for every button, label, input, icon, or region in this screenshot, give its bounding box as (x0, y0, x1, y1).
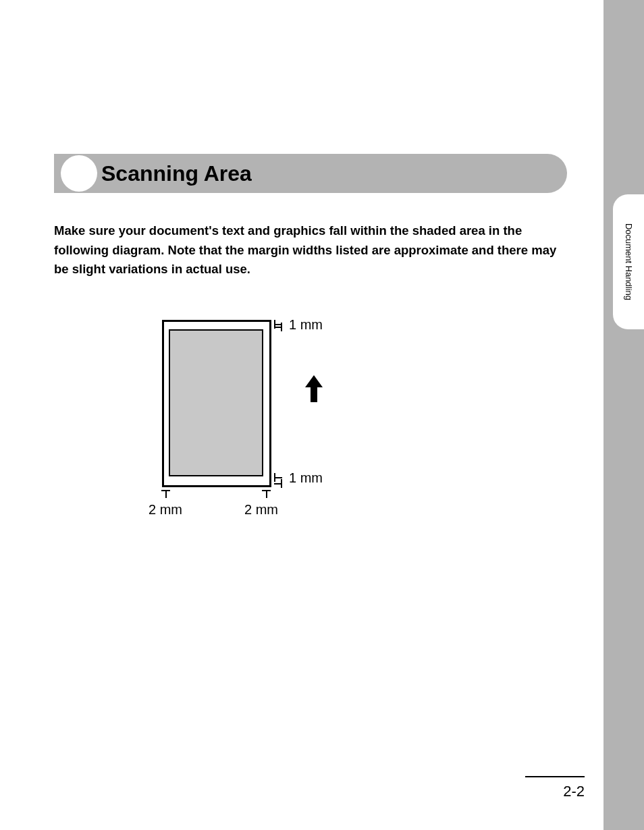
heading-bullet-icon (61, 155, 97, 192)
bracket-right-icon (262, 490, 271, 498)
scanning-area-diagram: 1 mm 1 mm 2 mm 2 mm (54, 320, 567, 536)
right-sidebar: Document Handling (603, 0, 644, 830)
bracket-top-end-icon (274, 323, 282, 331)
feed-direction-arrow-icon (304, 375, 324, 404)
intro-paragraph: Make sure your document's text and graph… (54, 221, 567, 279)
section-tab: Document Handling (613, 194, 644, 329)
page-heading: Scanning Area (101, 161, 252, 186)
right-margin-label: 2 mm (244, 502, 278, 518)
section-tab-label: Document Handling (624, 223, 634, 300)
top-margin-label: 1 mm (289, 317, 323, 333)
bracket-bottom-end-icon (274, 479, 282, 488)
heading-bar: Scanning Area (54, 154, 567, 193)
svg-marker-0 (305, 375, 323, 402)
manual-page: Document Handling Scanning Area Make sur… (0, 0, 644, 830)
diagram-inner: 1 mm 1 mm 2 mm 2 mm (162, 320, 446, 536)
page-content: Scanning Area Make sure your document's … (54, 154, 567, 536)
bracket-left-icon (161, 490, 170, 498)
left-margin-label: 2 mm (149, 502, 182, 518)
scan-area-shaded (169, 329, 263, 476)
page-number: 2-2 (563, 783, 585, 800)
page-footer-rule (525, 776, 585, 777)
bottom-margin-label: 1 mm (289, 470, 323, 486)
